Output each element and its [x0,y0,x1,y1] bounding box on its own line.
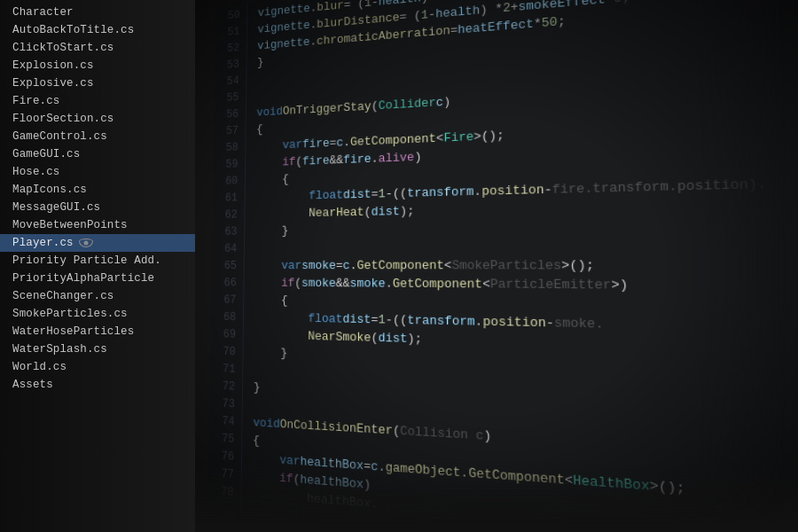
sidebar-item-messagegui[interactable]: MessageGUI.cs [0,199,195,216]
sidebar-item-label: Priority Particle Add. [12,254,161,267]
sidebar-item-label: MessageGUI.cs [12,201,100,214]
sidebar-item-world[interactable]: World.cs [0,358,195,376]
sidebar-item-label: AutoBackToTitle.cs [12,24,134,36]
code-line: var smoke = c.GetComponent<SmokeParticle… [254,255,798,277]
sidebar-item-label: Explosive.cs [12,77,94,90]
sidebar-item-label: ClickToStart.cs [12,42,113,54]
sidebar: Character AutoBackToTitle.cs ClickToStar… [0,0,195,532]
sidebar-item-explosive[interactable]: Explosive.cs [0,74,195,92]
sidebar-item-waterhoseparticles[interactable]: WaterHoseParticles [0,323,195,340]
sidebar-item-label: GameGUI.cs [12,148,80,160]
code-editor: 5051525354 5556575859 6061626364 6566676… [195,0,798,532]
sidebar-item-label: SceneChanger.cs [12,290,113,302]
sidebar-item-label: MoveBetweenPoints [12,219,128,231]
sidebar-item-mapicons[interactable]: MapIcons.cs [0,181,195,199]
sidebar-item-autobacktotitle[interactable]: AutoBackToTitle.cs [0,21,195,39]
sidebar-item-fire[interactable]: Fire.cs [0,92,195,110]
sidebar-item-movebetweenpoints[interactable]: MoveBetweenPoints [0,216,195,234]
sidebar-item-clicktostart[interactable]: ClickToStart.cs [0,39,195,57]
sidebar-item-label: Character [12,6,74,19]
sidebar-item-smokeparticles[interactable]: SmokeParticles.cs [0,305,195,323]
sidebar-item-label: WaterSplash.cs [12,343,107,356]
sidebar-item-label: GameControl.cs [12,130,107,143]
sidebar-item-label: WaterHoseParticles [12,325,134,338]
sidebar-item-label: SmokeParticles.cs [12,308,128,320]
sidebar-item-priorityalphaparticle[interactable]: PriorityAlphaParticle [0,270,195,287]
sidebar-item-label: PriorityAlphaParticle [12,272,154,285]
sidebar-item-gamecontrol[interactable]: GameControl.cs [0,128,195,145]
sidebar-item-hose[interactable]: Hose.cs [0,163,195,181]
sidebar-item-label: World.cs [12,361,66,373]
sidebar-item-label: FloorSection.cs [12,113,113,125]
sidebar-item-label: Assets [12,379,53,391]
sidebar-item-gamegui[interactable]: GameGUI.cs [0,145,195,163]
code-content: vignette.blur = (1-health) * 2 + smokeEf… [241,0,798,532]
sidebar-item-watersplash[interactable]: WaterSplash.cs [0,340,195,358]
sidebar-item-scenechanger[interactable]: SceneChanger.cs [0,287,195,305]
sidebar-item-priorityparticle[interactable]: Priority Particle Add. [0,252,195,270]
sidebar-item-assets[interactable]: Assets [0,376,195,394]
sidebar-item-player[interactable]: Player.cs [0,234,195,252]
sidebar-item-label: Fire.cs [12,95,59,107]
sidebar-item-character[interactable]: Character [0,4,195,21]
sidebar-item-floorsection[interactable]: FloorSection.cs [0,110,195,128]
sidebar-item-explosion[interactable]: Explosion.cs [0,57,195,74]
sidebar-item-label: MapIcons.cs [12,184,87,196]
sidebar-item-label: Hose.cs [12,166,59,178]
eye-icon [79,239,93,247]
sidebar-item-label: Explosion.cs [12,59,94,72]
sidebar-item-label: Player.cs [12,237,74,249]
